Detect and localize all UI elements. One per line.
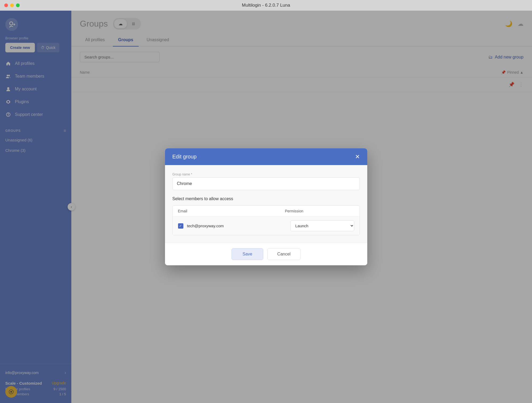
permission-select[interactable]: Launch Edit View <box>290 220 354 231</box>
window-controls <box>4 3 20 7</box>
minimize-button[interactable] <box>10 3 14 7</box>
group-name-label: Group name * <box>172 173 360 176</box>
checkbox-check-icon: ✓ <box>179 224 182 228</box>
modal-body: Group name * Select members to allow acc… <box>165 165 367 243</box>
save-button[interactable]: Save <box>232 248 263 260</box>
titlebar-title: Multilogin - 6.2.0.7 Luna <box>242 3 290 8</box>
titlebar: Multilogin - 6.2.0.7 Luna <box>0 0 532 11</box>
cancel-button[interactable]: Cancel <box>267 248 300 260</box>
members-table: Email Permission ✓ tech@proxyway.com Lau… <box>172 205 360 235</box>
modal-overlay: Edit group ✕ Group name * Select members… <box>0 11 532 403</box>
member-row: ✓ tech@proxyway.com Launch Edit View <box>173 217 360 235</box>
modal-footer: Save Cancel <box>165 243 367 265</box>
modal-header: Edit group ✕ <box>165 148 367 165</box>
permission-col-header: Permission <box>285 209 354 213</box>
modal-title: Edit group <box>172 154 197 160</box>
group-name-field: Group name * <box>172 173 360 190</box>
members-table-header: Email Permission <box>173 206 360 217</box>
close-button[interactable] <box>4 3 8 7</box>
select-members-label: Select members to allow access <box>172 196 360 201</box>
maximize-button[interactable] <box>16 3 20 7</box>
member-checkbox[interactable]: ✓ <box>178 223 183 229</box>
edit-group-modal: Edit group ✕ Group name * Select members… <box>165 148 367 265</box>
email-col-header: Email <box>178 209 285 213</box>
member-email: tech@proxyway.com <box>187 224 290 228</box>
modal-close-button[interactable]: ✕ <box>355 154 360 160</box>
group-name-input[interactable] <box>172 177 360 190</box>
